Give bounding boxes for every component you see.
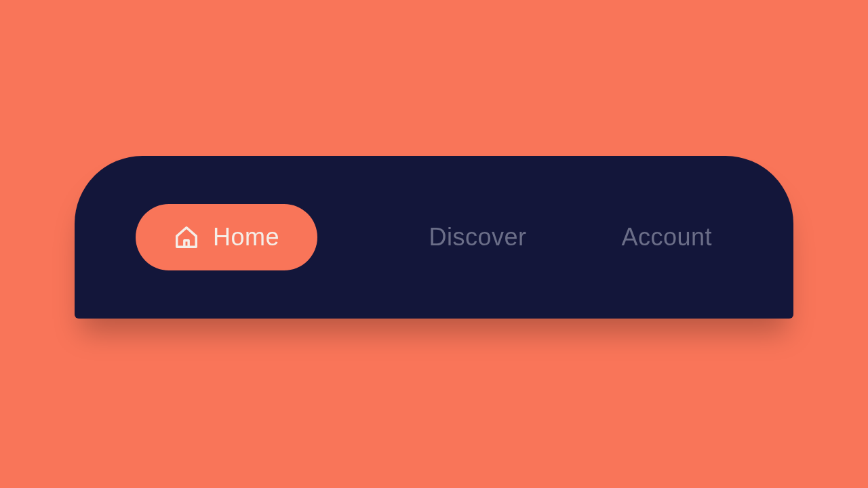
nav-item-discover[interactable]: Discover <box>429 223 526 251</box>
nav-item-label: Discover <box>429 223 526 251</box>
nav-item-label: Home <box>213 223 279 251</box>
home-icon <box>174 224 199 250</box>
nav-item-label: Account <box>621 223 712 251</box>
navigation-bar: Home Discover Account <box>75 156 793 319</box>
nav-item-home[interactable]: Home <box>136 204 317 270</box>
nav-item-account[interactable]: Account <box>621 223 712 251</box>
